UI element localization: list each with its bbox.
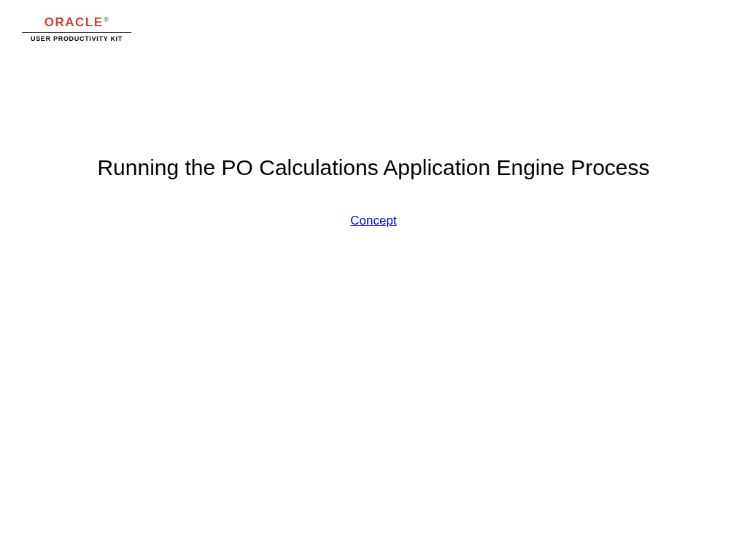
logo-subtitle: USER PRODUCTIVITY KIT xyxy=(31,35,123,42)
logo-brand: ORACLE® xyxy=(44,16,109,29)
logo-divider xyxy=(22,32,131,33)
logo-registered: ® xyxy=(104,16,109,23)
logo-brand-text: ORACLE xyxy=(44,15,104,29)
page-title: Running the PO Calculations Application … xyxy=(88,153,659,183)
logo: ORACLE® USER PRODUCTIVITY KIT xyxy=(22,16,131,42)
concept-link[interactable]: Concept xyxy=(350,214,396,228)
main-content: Running the PO Calculations Application … xyxy=(0,153,747,228)
